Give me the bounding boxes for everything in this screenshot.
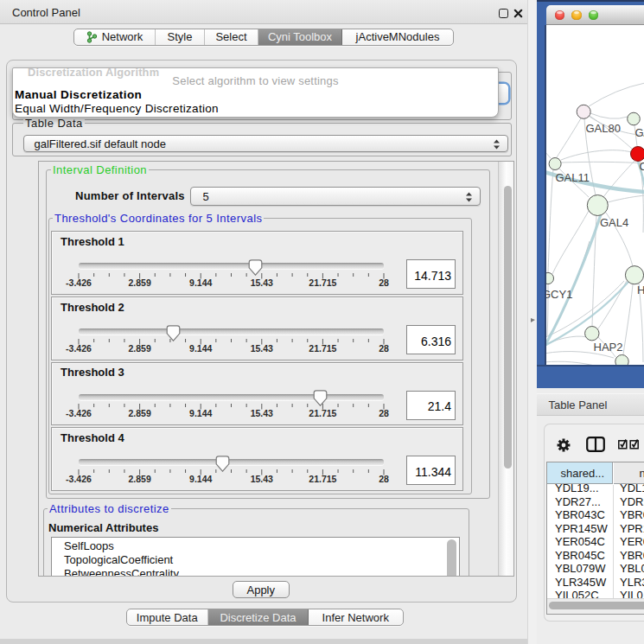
svg-text:GAL4: GAL4	[600, 215, 628, 228]
svg-text:GAL11: GAL11	[555, 171, 590, 184]
svg-text:H: H	[637, 283, 644, 296]
svg-text:C: C	[639, 159, 644, 172]
svg-text:GAL80: GAL80	[585, 121, 620, 134]
svg-text:GCY1: GCY1	[546, 287, 572, 300]
svg-text:HAP2: HAP2	[593, 341, 622, 354]
svg-text:GA: GA	[634, 126, 644, 139]
